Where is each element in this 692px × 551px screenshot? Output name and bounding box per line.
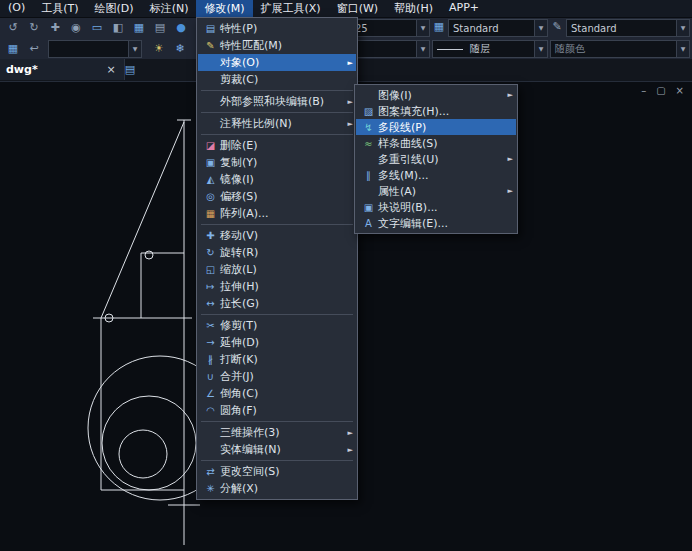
menubar-item-(O)[interactable]: (O) <box>0 0 33 17</box>
layer-combo[interactable]: ▼ <box>48 40 142 58</box>
modify-menu-item-旋转(R)[interactable]: ↻旋转(R) <box>198 244 356 261</box>
modify-menu-item-复制(Y)[interactable]: ▣复制(Y) <box>198 154 356 171</box>
chevron-down-icon[interactable]: ▼ <box>534 41 547 57</box>
modify-menu-item-阵列(A)...[interactable]: ▦阵列(A)... <box>198 205 356 222</box>
modify-menu-item-镜像(I)[interactable]: ◭镜像(I) <box>198 171 356 188</box>
modify-menu-item-注释性比例(N)[interactable]: 注释性比例(N)► <box>198 115 356 132</box>
menubar-item-工具(T)[interactable]: 工具(T) <box>33 0 86 17</box>
submenu-arrow-icon: ► <box>344 59 353 67</box>
modify-menu-item-拉伸(H)[interactable]: ↦拉伸(H) <box>198 278 356 295</box>
object-submenu-item-块说明(B)...[interactable]: ▣块说明(B)... <box>356 199 516 215</box>
modify-menu-item-延伸(D)[interactable]: →延伸(D) <box>198 334 356 351</box>
color-combo[interactable]: ▼ <box>350 40 430 58</box>
modify-menu-item-倒角(C)[interactable]: ∠倒角(C) <box>198 385 356 402</box>
modify-menu-item-特性匹配(M)[interactable]: ✎特性匹配(M) <box>198 37 356 54</box>
modify-menu-item-更改空间(S)[interactable]: ⇄更改空间(S) <box>198 463 356 480</box>
menu-separator <box>201 421 353 422</box>
text-style-pencil-icon[interactable]: ✎ <box>550 20 564 34</box>
modify-menu-item-合并(J)[interactable]: ∪合并(J) <box>198 368 356 385</box>
modify-menu-item-实体编辑(N)[interactable]: 实体编辑(N)► <box>198 441 356 458</box>
chevron-down-icon[interactable]: ▼ <box>676 20 689 36</box>
mdi-window-controls: – ▢ × <box>641 85 684 96</box>
modify-menu-item-修剪(T)[interactable]: ✂修剪(T) <box>198 317 356 334</box>
dim-style-combo[interactable]: 25 ▼ <box>350 19 430 37</box>
restore-window-icon[interactable]: ▢ <box>656 85 665 96</box>
layer-states-icon[interactable]: ▤ <box>150 18 170 37</box>
redo-icon[interactable]: ↻ <box>24 18 44 37</box>
modify-menu-item-偏移(S)[interactable]: ◎偏移(S) <box>198 188 356 205</box>
chevron-down-icon[interactable]: ▼ <box>534 20 547 36</box>
modify-menu-item-打断(K)[interactable]: ∦打断(K) <box>198 351 356 368</box>
lengthen-icon: ↔ <box>201 298 220 309</box>
menubar-item-修改(M)[interactable]: 修改(M) <box>196 0 252 17</box>
object-submenu-item-多线(M)...[interactable]: ∥多线(M)... <box>356 167 516 183</box>
object-submenu-item-文字编辑(E)...[interactable]: A文字编辑(E)... <box>356 215 516 231</box>
menubar-item-APP+[interactable]: APP+ <box>441 0 487 17</box>
menu-separator <box>201 90 353 91</box>
layer-previous-icon[interactable]: ↩ <box>24 39 44 58</box>
object-submenu-panel: 图像(I)►▨图案填充(H)...↯多段线(P)≈样条曲线(S)多重引线(U)►… <box>354 84 518 234</box>
modify-menu-panel: ▤特性(P)✎特性匹配(M)对象(O)►剪裁(C)外部参照和块编辑(B)►注释性… <box>196 17 358 500</box>
modify-menu-item-删除(E)[interactable]: ◪删除(E) <box>198 137 356 154</box>
copy-icon: ▣ <box>201 157 220 168</box>
drawing-tab[interactable]: dwg* × <box>0 59 125 80</box>
minimize-window-icon[interactable]: – <box>641 85 646 96</box>
close-tab-icon[interactable]: × <box>104 63 118 76</box>
second-style-combo[interactable]: Standard ▼ <box>566 19 690 37</box>
modify-menu-item-移动(V)[interactable]: ✚移动(V) <box>198 227 356 244</box>
submenu-arrow-icon: ► <box>504 187 513 195</box>
object-submenu-item-多段线(P)[interactable]: ↯多段线(P) <box>356 119 516 135</box>
zoom-previous-icon[interactable]: ◧ <box>108 18 128 37</box>
match-properties-icon: ✎ <box>201 40 220 51</box>
menubar-item-窗口(W)[interactable]: 窗口(W) <box>329 0 386 17</box>
modify-menu-item-分解(X)[interactable]: ✳分解(X) <box>198 480 356 497</box>
spline-icon: ≈ <box>359 138 378 149</box>
modify-menu-item-圆角(F)[interactable]: ◠圆角(F) <box>198 402 356 419</box>
modify-menu-item-剪裁(C)[interactable]: 剪裁(C) <box>198 71 356 88</box>
linetype-combo[interactable]: 随层 ▼ <box>432 40 548 58</box>
text-style-combo[interactable]: Standard ▼ <box>448 19 548 37</box>
menubar-item-扩展工具(X)[interactable]: 扩展工具(X) <box>253 0 329 17</box>
object-submenu-item-图像(I)[interactable]: 图像(I)► <box>356 87 516 103</box>
zoom-window-icon[interactable]: ▭ <box>87 18 107 37</box>
modify-menu-item-拉长(G)[interactable]: ↔拉长(G) <box>198 295 356 312</box>
trim-icon: ✂ <box>201 320 220 331</box>
chevron-down-icon[interactable]: ▼ <box>676 41 689 57</box>
properties-icon: ▤ <box>201 23 220 34</box>
modify-menu-item-外部参照和块编辑(B)[interactable]: 外部参照和块编辑(B)► <box>198 93 356 110</box>
menubar-item-帮助(H)[interactable]: 帮助(H) <box>386 0 441 17</box>
explode-icon: ✳ <box>201 483 220 494</box>
point-style-icon[interactable]: ● <box>171 18 191 37</box>
plot-style-combo[interactable]: 随颜色 ▼ <box>550 40 690 58</box>
menubar-item-标注(N)[interactable]: 标注(N) <box>142 0 197 17</box>
modify-menu-item-对象(O)[interactable]: 对象(O)► <box>198 54 356 71</box>
menubar-item-绘图(D)[interactable]: 绘图(D) <box>87 0 142 17</box>
chevron-down-icon[interactable]: ▼ <box>416 20 429 36</box>
modify-menu-item-缩放(L)[interactable]: ◱缩放(L) <box>198 261 356 278</box>
object-submenu-item-样条曲线(S)[interactable]: ≈样条曲线(S) <box>356 135 516 151</box>
new-drawing-icon[interactable]: ▤ <box>122 62 138 78</box>
object-submenu-item-属性(A)[interactable]: 属性(A)► <box>356 183 516 199</box>
pan-icon[interactable]: ✚ <box>45 18 65 37</box>
zoom-realtime-icon[interactable]: ◉ <box>66 18 86 37</box>
layer-freeze-icon[interactable]: ❄ <box>170 39 190 58</box>
close-window-icon[interactable]: × <box>676 85 684 96</box>
layer-properties-icon[interactable]: ▦ <box>129 18 149 37</box>
array-icon: ▦ <box>201 208 220 219</box>
submenu-arrow-icon: ► <box>344 120 353 128</box>
chevron-down-icon[interactable]: ▼ <box>128 41 141 57</box>
chevron-down-icon[interactable]: ▼ <box>416 41 429 57</box>
modify-menu-item-特性(P)[interactable]: ▤特性(P) <box>198 20 356 37</box>
modify-menu-item-三维操作(3)[interactable]: 三维操作(3)► <box>198 424 356 441</box>
object-submenu-item-图案填充(H)...[interactable]: ▨图案填充(H)... <box>356 103 516 119</box>
text-style-value: Standard <box>449 23 534 34</box>
layer-on-icon[interactable]: ☀ <box>149 39 169 58</box>
undo-icon[interactable]: ↺ <box>3 18 23 37</box>
submenu-arrow-icon: ► <box>504 155 513 163</box>
layer-manager-icon[interactable]: ▦ <box>3 39 23 58</box>
mline-icon: ∥ <box>359 170 378 181</box>
dim-style-value: 25 <box>351 23 416 34</box>
polyline-icon: ↯ <box>359 122 378 133</box>
table-style-icon[interactable]: ▦ <box>432 20 446 34</box>
object-submenu-item-多重引线(U)[interactable]: 多重引线(U)► <box>356 151 516 167</box>
